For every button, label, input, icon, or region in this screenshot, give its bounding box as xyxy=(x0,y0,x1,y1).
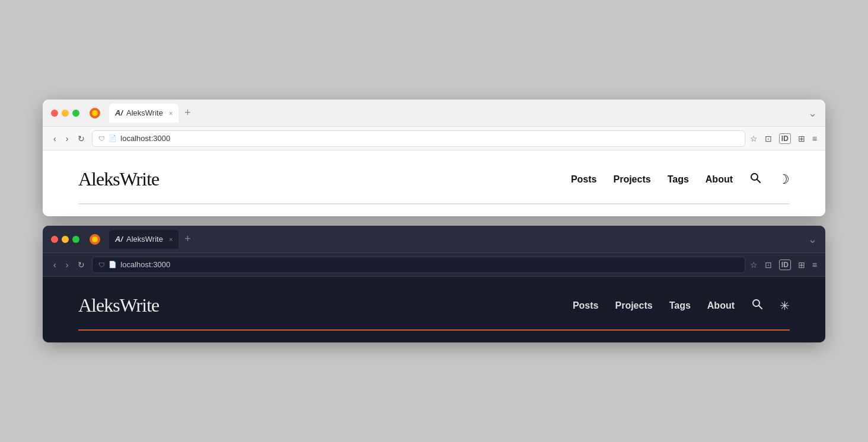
nav-tags-dark[interactable]: Tags xyxy=(669,300,691,311)
reload-button-dark[interactable]: ↻ xyxy=(75,259,87,271)
site-logo-dark[interactable]: AleksWrite xyxy=(78,294,159,316)
header-divider-dark xyxy=(78,329,790,331)
back-button-light[interactable]: ‹ xyxy=(51,133,59,145)
browser-window-dark: A/ AleksWrite × + ⌄ ‹ › ↻ 🛡 📄 localhost:… xyxy=(43,226,825,342)
nav-tags-light[interactable]: Tags xyxy=(668,174,689,185)
new-tab-button-dark[interactable]: + xyxy=(182,233,193,245)
site-header-light: AleksWrite Posts Projects Tags About ☽ xyxy=(78,168,790,202)
address-bar-light[interactable]: 🛡 📄 localhost:3000 xyxy=(92,130,745,147)
svg-point-5 xyxy=(92,236,98,242)
chrome-bar-dark: A/ AleksWrite × + ⌄ xyxy=(43,226,825,253)
hamburger-icon-dark[interactable]: ≡ xyxy=(812,260,817,270)
id-icon-dark[interactable]: ID xyxy=(779,260,791,270)
url-text-dark: localhost:3000 xyxy=(120,260,170,269)
close-button-dark[interactable] xyxy=(51,236,58,243)
url-text-light: localhost:3000 xyxy=(120,134,170,143)
svg-line-3 xyxy=(757,180,760,182)
nav-bar-light: ‹ › ↻ 🛡 📄 localhost:3000 ☆ ⊡ ID ⊞ ≡ xyxy=(43,127,825,150)
svg-point-1 xyxy=(92,110,98,116)
site-nav-dark: Posts Projects Tags About ✳ xyxy=(573,298,790,313)
back-button-dark[interactable]: ‹ xyxy=(51,259,59,271)
theme-toggle-icon-dark[interactable]: ✳ xyxy=(780,299,790,313)
nav-posts-dark[interactable]: Posts xyxy=(573,300,599,311)
search-icon-dark[interactable] xyxy=(751,298,763,313)
nav-posts-light[interactable]: Posts xyxy=(571,174,597,185)
reload-button-light[interactable]: ↻ xyxy=(75,133,87,145)
firefox-icon-dark xyxy=(89,233,101,245)
search-icon-light[interactable] xyxy=(749,172,761,187)
nav-actions-light: ☆ ⊡ ID ⊞ ≡ xyxy=(750,133,817,144)
shield-icon-light: 🛡 xyxy=(98,135,105,142)
page-icon-dark: 📄 xyxy=(108,261,117,268)
nav-projects-dark[interactable]: Projects xyxy=(615,300,653,311)
tab-close-light[interactable]: × xyxy=(169,110,173,117)
active-tab-dark[interactable]: A/ AleksWrite × xyxy=(109,230,178,249)
bookmark-icon-dark[interactable]: ☆ xyxy=(750,260,758,270)
maximize-button-light[interactable] xyxy=(72,110,79,117)
tab-title-light: AleksWrite xyxy=(126,108,163,117)
site-nav-light: Posts Projects Tags About ☽ xyxy=(571,172,790,187)
forward-button-dark[interactable]: › xyxy=(63,259,71,271)
extensions-icon-light[interactable]: ⊞ xyxy=(798,134,805,143)
pocket-icon-dark[interactable]: ⊡ xyxy=(765,260,772,270)
shield-icon-dark: 🛡 xyxy=(98,261,105,268)
page-content-dark: AleksWrite Posts Projects Tags About ✳ xyxy=(43,277,825,342)
tab-menu-button-light[interactable]: ⌄ xyxy=(808,107,817,120)
close-button-light[interactable] xyxy=(51,110,58,117)
tab-title-dark: AleksWrite xyxy=(126,235,163,244)
header-divider-light xyxy=(78,203,790,204)
page-content-light: AleksWrite Posts Projects Tags About ☽ xyxy=(43,150,825,216)
bookmark-icon-light[interactable]: ☆ xyxy=(750,134,758,143)
tab-favicon-dark: A/ xyxy=(115,235,123,244)
browser-window-light: A/ AleksWrite × + ⌄ ‹ › ↻ 🛡 📄 localhost:… xyxy=(43,100,825,216)
hamburger-icon-light[interactable]: ≡ xyxy=(812,134,817,143)
minimize-button-dark[interactable] xyxy=(62,236,69,243)
tab-area-light: A/ AleksWrite × + ⌄ xyxy=(109,104,817,123)
traffic-lights-light xyxy=(51,110,79,117)
firefox-icon-light xyxy=(89,107,101,119)
address-bar-dark[interactable]: 🛡 📄 localhost:3000 xyxy=(92,257,745,273)
maximize-button-dark[interactable] xyxy=(72,236,79,243)
nav-projects-light[interactable]: Projects xyxy=(614,174,651,185)
nav-about-light[interactable]: About xyxy=(706,174,733,185)
theme-toggle-icon-light[interactable]: ☽ xyxy=(778,172,790,187)
minimize-button-light[interactable] xyxy=(62,110,69,117)
nav-bar-dark: ‹ › ↻ 🛡 📄 localhost:3000 ☆ ⊡ ID ⊞ ≡ xyxy=(43,253,825,277)
nav-actions-dark: ☆ ⊡ ID ⊞ ≡ xyxy=(750,260,817,270)
tab-menu-button-dark[interactable]: ⌄ xyxy=(808,233,817,246)
pocket-icon-light[interactable]: ⊡ xyxy=(765,134,772,143)
nav-about-dark[interactable]: About xyxy=(707,300,735,311)
site-logo-light[interactable]: AleksWrite xyxy=(78,168,159,190)
extensions-icon-dark[interactable]: ⊞ xyxy=(798,260,805,270)
chrome-bar-light: A/ AleksWrite × + ⌄ xyxy=(43,100,825,127)
forward-button-light[interactable]: › xyxy=(63,133,71,145)
new-tab-button-light[interactable]: + xyxy=(182,107,193,119)
svg-line-7 xyxy=(759,306,762,309)
tab-close-dark[interactable]: × xyxy=(169,236,173,243)
traffic-lights-dark xyxy=(51,236,79,243)
id-icon-light[interactable]: ID xyxy=(779,133,791,144)
tab-favicon-light: A/ xyxy=(115,108,123,117)
page-icon-light: 📄 xyxy=(108,134,117,142)
tab-area-dark: A/ AleksWrite × + ⌄ xyxy=(109,230,817,249)
site-header-dark: AleksWrite Posts Projects Tags About ✳ xyxy=(78,294,790,328)
active-tab-light[interactable]: A/ AleksWrite × xyxy=(109,104,178,123)
